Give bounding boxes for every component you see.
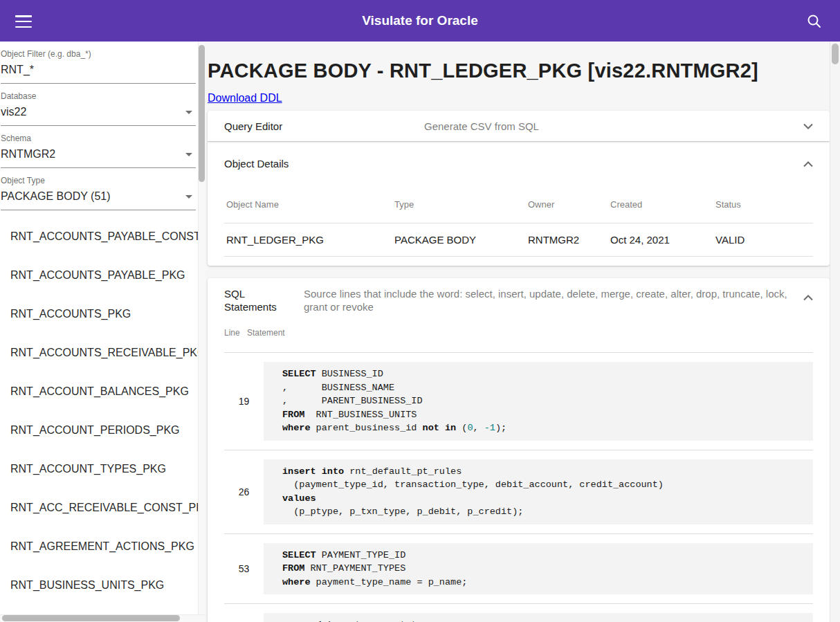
sidebar-object-item[interactable]: RNT_AGREEMENT_ACTIONS_PKG <box>0 527 206 566</box>
main-content: PACKAGE BODY - RNT_LEDGER_PKG [vis22.RNT… <box>206 42 840 622</box>
sql-text: ); <box>495 423 506 433</box>
object-details-header[interactable]: Object Details <box>208 142 830 185</box>
sql-statements-header[interactable]: SQL Statements Source lines that include… <box>208 278 830 313</box>
sql-text: BUSINESS_ID <box>316 369 383 379</box>
sql-code-block: SELECT PAYMENT_TYPE_ID FROM RNT_PAYMENT_… <box>264 543 813 595</box>
sql-line-number: 19 <box>224 353 264 450</box>
app-bar: Visulate for Oracle <box>0 0 840 42</box>
database-select[interactable]: Database vis22 <box>1 88 196 126</box>
sql-code-block: insert into rnt_default_pt_rules (paymen… <box>264 459 813 524</box>
sidebar-object-item[interactable]: RNT_ACCOUNT_BALANCES_PKG <box>0 372 206 411</box>
query-editor-header[interactable]: Query Editor Generate CSV from SQL <box>208 111 830 141</box>
sql-text: PAYMENT_TYPE_ID <box>316 550 406 560</box>
sql-statements-description: Source lines that include the word: sele… <box>289 287 803 313</box>
sidebar-horizontal-scrollbar[interactable] <box>0 614 206 622</box>
sidebar-object-item[interactable]: RNT_BUSINESS_UNITS_PKG <box>0 566 206 605</box>
object-details-cell: VALID <box>715 234 813 246</box>
sidebar-horizontal-scrollbar-thumb[interactable] <box>2 615 180 621</box>
sql-statement-row: 19SELECT BUSINESS_ID , BUSINESS_NAME , P… <box>224 353 813 450</box>
object-details-title: Object Details <box>224 158 289 170</box>
database-label: Database <box>1 91 196 101</box>
object-type-select[interactable]: Object Type PACKAGE BODY (51) <box>1 172 196 210</box>
sql-table-column-headers: Line Statement <box>224 313 813 353</box>
object-details-column-header: Status <box>715 199 813 210</box>
app-title: Visulate for Oracle <box>0 13 840 28</box>
sidebar-object-item[interactable]: RNT_ACCOUNTS_PAYABLE_PKG <box>0 256 206 295</box>
dropdown-arrow-icon <box>185 111 192 114</box>
sql-text: , <box>473 423 484 433</box>
main-vertical-scrollbar[interactable] <box>830 42 840 622</box>
object-details-table: Object NameTypeOwnerCreatedStatus RNT_LE… <box>224 185 813 257</box>
sidebar-object-item[interactable]: RNT_ACCOUNTS_RECEIVABLE_PKG <box>0 333 206 372</box>
object-details-column-header: Object Name <box>224 199 394 210</box>
sidebar-object-item[interactable]: RNT_ACCOUNT_PERIODS_PKG <box>0 411 206 450</box>
sql-statement-row: 53SELECT PAYMENT_TYPE_ID FROM RNT_PAYMEN… <box>224 534 813 605</box>
chevron-up-icon <box>803 291 813 304</box>
sql-statement-row: update rnt_payment_types set payment_typ… <box>224 604 813 622</box>
object-type-label: Object Type <box>1 176 196 185</box>
sql-code-block: SELECT BUSINESS_ID , BUSINESS_NAME , PAR… <box>264 362 813 441</box>
sql-text: payment_type_name = p_name; <box>311 577 468 587</box>
sidebar-object-item[interactable]: RNT_ACCOUNTS_PAYABLE_CONST_P <box>0 217 206 256</box>
sidebar-vertical-scrollbar[interactable] <box>198 42 206 614</box>
object-filter-input[interactable] <box>1 59 196 83</box>
sql-line-column-header: Line <box>224 328 247 338</box>
main-vertical-scrollbar-thumb[interactable] <box>832 44 839 64</box>
object-details-column-header: Created <box>610 199 715 210</box>
download-ddl-link[interactable]: Download DDL <box>208 92 282 104</box>
sql-statements-panel: SQL Statements Source lines that include… <box>208 278 830 622</box>
sql-keyword: SELECT <box>282 369 316 379</box>
schema-value: RNTMGR2 <box>1 143 196 167</box>
sql-keyword: SELECT <box>282 550 316 560</box>
search-icon[interactable] <box>807 14 822 29</box>
sidebar-object-item[interactable]: RNT_ACCOUNT_TYPES_PKG <box>0 450 206 488</box>
object-details-panel: Object Details Object NameTypeOwnerCreat… <box>208 141 830 266</box>
sql-text: parent_business_id <box>311 423 423 433</box>
sidebar-object-item[interactable]: RNT_ACCOUNTS_PKG <box>0 295 206 333</box>
sidebar-vertical-scrollbar-thumb[interactable] <box>199 45 205 182</box>
sql-text: rnt_default_pt_rules <box>344 466 462 477</box>
object-details-row: RNT_LEDGER_PKGPACKAGE BODYRNTMGR2Oct 24,… <box>224 223 813 257</box>
sql-line-number <box>224 604 264 622</box>
sql-keyword: into <box>322 466 344 477</box>
chevron-down-icon <box>803 120 813 132</box>
sql-keyword: in <box>445 423 456 433</box>
sql-text <box>316 466 322 477</box>
sql-statement-rows: 19SELECT BUSINESS_ID , BUSINESS_NAME , P… <box>208 353 830 622</box>
sql-text: , PARENT_BUSINESS_ID <box>282 396 423 406</box>
menu-icon[interactable] <box>15 15 32 28</box>
object-details-cell: RNT_LEDGER_PKG <box>224 234 394 246</box>
query-editor-title: Query Editor <box>224 120 424 132</box>
sql-text: RNT_PAYMENT_TYPES <box>304 563 405 574</box>
query-editor-panel: Query Editor Generate CSV from SQL <box>208 111 830 141</box>
object-details-rows: RNT_LEDGER_PKGPACKAGE BODYRNTMGR2Oct 24,… <box>224 223 813 257</box>
object-filter-label: Object Filter (e.g. dba_*) <box>1 49 196 59</box>
sidebar: Object Filter (e.g. dba_*) Database vis2… <box>0 42 206 622</box>
query-editor-description: Generate CSV from SQL <box>424 120 539 132</box>
sql-text: , BUSINESS_NAME <box>282 383 394 393</box>
sql-text: (payment_type_id, transaction_type, debi… <box>282 479 664 490</box>
sql-text: RNT_BUSINESS_UNITS <box>304 410 417 420</box>
object-details-cell: PACKAGE BODY <box>394 234 528 246</box>
sql-keyword: FROM <box>282 410 304 420</box>
object-list: RNT_ACCOUNTS_PAYABLE_CONST_PRNT_ACCOUNTS… <box>0 217 206 605</box>
object-type-value: PACKAGE BODY (51) <box>1 185 196 210</box>
sql-keyword: values <box>282 493 316 504</box>
sql-line-number: 26 <box>224 450 264 533</box>
schema-label: Schema <box>1 134 196 143</box>
sidebar-object-item[interactable]: RNT_ACC_RECEIVABLE_CONST_PKG <box>0 488 206 527</box>
sql-number: -1 <box>484 423 495 433</box>
sql-keyword: where <box>282 577 311 587</box>
sql-text: (p_ptype, p_txn_type, p_debit, p_credit)… <box>282 506 523 517</box>
object-details-header-row: Object NameTypeOwnerCreatedStatus <box>224 185 813 223</box>
object-details-column-header: Owner <box>528 199 610 210</box>
dropdown-arrow-icon <box>185 195 192 199</box>
object-details-column-header: Type <box>394 199 528 210</box>
schema-select[interactable]: Schema RNTMGR2 <box>1 130 196 168</box>
sql-keyword: where <box>282 423 311 433</box>
object-details-cell: RNTMGR2 <box>528 234 610 246</box>
sql-line-number: 53 <box>224 534 264 604</box>
dropdown-arrow-icon <box>185 153 192 156</box>
page-title: PACKAGE BODY - RNT_LEDGER_PKG [vis22.RNT… <box>208 58 830 83</box>
sql-statement-column-header: Statement <box>247 328 285 338</box>
